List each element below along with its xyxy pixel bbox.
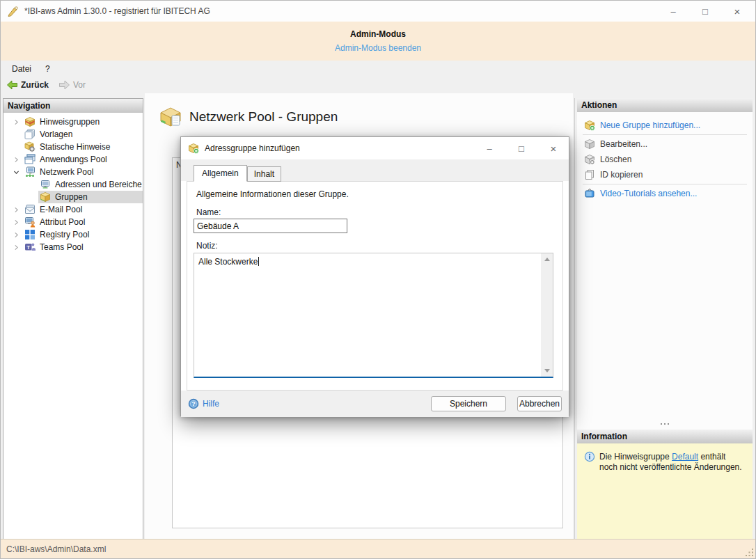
nav-item-gruppen[interactable]: Gruppen [3,191,143,203]
note-textarea[interactable]: Alle Stockwerke [194,253,553,378]
dialog-tabstrip: Allgemein Inhalt [181,159,569,181]
window-title: *IBI-aws Admin 1.30.0 - registriert für … [24,6,210,16]
chevron-right-icon[interactable] [12,219,20,226]
scroll-up-icon[interactable] [541,253,553,265]
box-add-icon [584,120,595,131]
dialog-tab-content: Allgemeine Informationen dieser Gruppe. … [187,181,563,391]
dialog-title: Adressgruppe hinzufügen [205,143,300,153]
panel-splitter-handle[interactable] [577,418,753,430]
forward-button[interactable]: Vor [58,80,86,90]
forward-arrow-icon [58,80,70,90]
network-pool-groups-icon [159,105,182,129]
maximize-icon[interactable]: □ [516,143,527,154]
tab-inhalt[interactable]: Inhalt [247,166,281,182]
menu-help[interactable]: ? [38,62,57,76]
add-address-group-dialog: Adressgruppe hinzufügen – □ × Allgemein … [180,136,569,416]
navigation-toolbar: Zurück Vor [1,77,755,93]
admin-mode-exit-link[interactable]: Admin-Modus beenden [335,43,421,53]
separator [583,184,747,184]
navigation-header: Navigation [3,99,143,113]
addresses-monitor-icon [40,179,51,190]
cancel-button[interactable]: Abbrechen [517,396,562,411]
application-windows-icon [24,154,36,165]
help-link[interactable]: ? Hilfe [188,398,219,409]
statusbar: C:\IBI-aws\Admin\Data.xml [1,539,755,558]
templates-stack-icon [24,129,36,140]
chevron-right-icon[interactable] [12,157,20,163]
note-label: Notiz: [196,241,218,251]
navigation-tree: Hinweisgruppen Vorlagen Statische Hinwei… [3,113,143,253]
action-delete[interactable]: Löschen [577,152,753,167]
nav-item-adressen-und-bereiche[interactable]: Adressen und Bereiche [3,178,143,191]
dialog-controls: – □ × [484,143,569,155]
registry-blocks-icon [24,229,36,240]
page-heading: Netzwerk Pool - Gruppen [145,93,573,129]
tab-allgemein[interactable]: Allgemein [194,165,247,182]
nav-item-netzwerk-pool[interactable]: Netzwerk Pool [3,166,143,178]
email-envelope-icon [24,204,36,215]
video-tv-icon [584,188,595,199]
chevron-right-icon[interactable] [12,244,20,251]
static-notes-gear-icon [24,141,36,152]
nav-item-hinweisgruppen[interactable]: Hinweisgruppen [3,116,143,128]
app-pen-icon [8,6,19,17]
box-edit-icon [584,139,595,150]
action-copy-id[interactable]: ID kopieren [577,167,753,182]
note-scrollbar[interactable] [541,253,553,377]
navigation-panel: Navigation Hinweisgruppen Vorlagen [3,98,143,540]
admin-mode-banner: Admin-Modus Admin-Modus beenden [1,22,755,61]
dialog-footer: ? Hilfe Speichern Abbrechen [181,391,569,417]
admin-mode-title: Admin-Modus [1,22,755,39]
nav-item-teams-pool[interactable]: T Teams Pool [3,241,143,253]
status-file-path: C:\IBI-aws\Admin\Data.xml [6,544,106,554]
name-input[interactable] [194,219,347,233]
scroll-down-icon[interactable] [541,365,553,377]
groups-box-icon [40,191,51,203]
maximize-icon[interactable]: □ [700,6,711,17]
right-panel: Aktionen Neue Gruppe hinzufügen... Bearb… [577,98,753,540]
nav-item-vorlagen[interactable]: Vorlagen [3,128,143,141]
minimize-icon[interactable]: – [668,6,679,17]
nav-item-email-pool[interactable]: E-Mail Pool [3,203,143,216]
close-icon[interactable]: × [548,143,559,155]
nav-item-attribut-pool[interactable]: Attribut Pool [3,216,143,228]
action-add-group[interactable]: Neue Gruppe hinzufügen... [577,118,753,133]
info-icon [584,451,595,462]
chevron-down-icon[interactable] [12,169,20,175]
attribute-user-monitor-icon [24,216,36,228]
app-window: *IBI-aws Admin 1.30.0 - registriert für … [0,0,756,559]
notice-groups-box-icon [24,116,36,127]
note-value: Alle Stockwerke [198,257,258,267]
action-edit[interactable]: Bearbeiten... [577,136,753,152]
nav-item-registry-pool[interactable]: Registry Pool [3,228,143,241]
separator [583,134,747,135]
copy-pages-icon [584,169,595,180]
minimize-icon[interactable]: – [484,143,495,154]
name-label: Name: [196,207,221,217]
nav-item-anwendungs-pool[interactable]: Anwendungs Pool [3,153,143,166]
splitter-dots-icon [661,423,669,425]
information-text: Die Hinweisgruppe Default enthält noch n… [599,452,742,472]
back-button[interactable]: Zurück [6,80,49,90]
save-button[interactable]: Speichern [431,396,506,411]
chevron-right-icon[interactable] [12,119,20,125]
text-caret [258,257,259,266]
box-add-icon [188,143,199,154]
resize-grip[interactable] [745,548,754,557]
close-icon[interactable]: × [732,6,743,17]
help-icon: ? [188,398,199,409]
titlebar: *IBI-aws Admin 1.30.0 - registriert für … [1,1,755,22]
chevron-right-icon[interactable] [12,232,20,238]
nav-item-statische-hinweise[interactable]: Statische Hinweise [3,141,143,153]
dialog-titlebar: Adressgruppe hinzufügen – □ × [181,137,569,159]
back-arrow-icon [6,80,18,90]
dialog-description: Allgemeine Informationen dieser Gruppe. [196,189,349,199]
network-monitor-icon [24,166,36,178]
menu-datei[interactable]: Datei [5,62,38,76]
chevron-right-icon[interactable] [12,207,20,213]
page-title: Netzwerk Pool - Gruppen [189,109,338,125]
default-group-link[interactable]: Default [672,452,698,462]
actions-list: Neue Gruppe hinzufügen... Bearbeiten... … [577,112,753,418]
svg-text:?: ? [191,400,196,407]
action-video-tutorials[interactable]: Video-Tutorials ansehen... [577,186,753,201]
